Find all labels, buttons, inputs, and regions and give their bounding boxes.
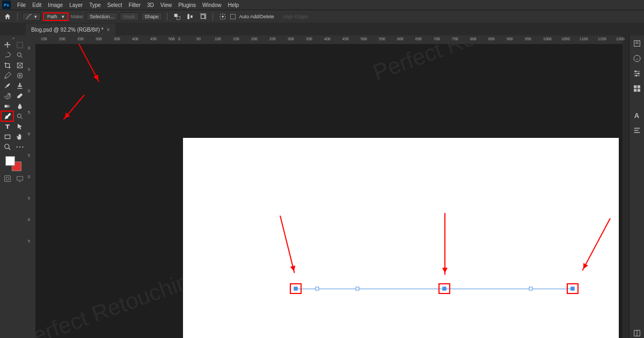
make-selection-button[interactable]: Selection...: [86, 12, 118, 21]
heal-tool[interactable]: [13, 70, 26, 80]
close-tab-icon[interactable]: ×: [107, 27, 110, 33]
path-arrange-icon[interactable]: [197, 12, 208, 21]
svg-rect-2: [187, 14, 189, 19]
direction-point[interactable]: [356, 287, 360, 291]
eyedropper-tool[interactable]: [1, 70, 13, 80]
mode-dropdown[interactable]: Path▾: [43, 12, 69, 21]
svg-rect-6: [17, 42, 23, 48]
menu-plugins[interactable]: Plugins: [175, 2, 199, 8]
marquee-tool[interactable]: [13, 40, 26, 50]
foreground-color-swatch[interactable]: [5, 156, 15, 166]
watermark: Perfect Retouching: [370, 44, 559, 86]
gradient-tool[interactable]: [1, 101, 13, 111]
path-select-tool[interactable]: [13, 121, 26, 131]
options-bar: ▾ Path▾ Make: Selection... Mask Shape Au…: [0, 10, 644, 23]
menu-help[interactable]: Help: [225, 2, 243, 8]
auto-add-delete-checkbox[interactable]: [230, 14, 236, 19]
svg-rect-10: [4, 105, 10, 107]
frame-tool[interactable]: [13, 60, 26, 70]
crop-tool[interactable]: [1, 60, 13, 70]
annotation-highlight: [567, 283, 579, 294]
path-align-icon[interactable]: [185, 12, 195, 21]
svg-point-13: [4, 144, 9, 148]
annotation-arrow: [78, 44, 99, 82]
history-brush-tool[interactable]: [1, 91, 13, 101]
quick-mask-icon[interactable]: [1, 173, 13, 183]
tool-palette: ⋯: [0, 35, 27, 338]
canvas-viewport[interactable]: Perfect Retouching Perfect Retouching Pe…: [35, 44, 623, 338]
svg-rect-22: [634, 85, 636, 88]
canvas-area: 150 200 250 300 350 400 450 500 0 50 100…: [35, 35, 623, 338]
color-swatches[interactable]: [5, 156, 21, 171]
svg-rect-3: [191, 15, 193, 18]
app-logo: Ps: [2, 1, 11, 9]
stamp-tool[interactable]: [13, 80, 26, 91]
menu-window[interactable]: Window: [199, 2, 225, 8]
svg-point-19: [635, 71, 636, 72]
rectangle-tool[interactable]: [1, 131, 13, 142]
vertical-scrollbar[interactable]: [623, 35, 629, 338]
menu-image[interactable]: Image: [45, 2, 66, 8]
blur-tool[interactable]: [13, 101, 26, 111]
svg-rect-23: [637, 85, 640, 88]
gear-icon[interactable]: [217, 12, 228, 21]
menu-edit[interactable]: Edit: [29, 2, 45, 8]
svg-point-21: [635, 75, 637, 77]
zoom-tool[interactable]: [1, 142, 13, 152]
workspace: ⋯ 0 5 0 5 0 5 0 5 0 5 150 200 250 300 3: [0, 35, 644, 338]
make-mask-button[interactable]: Mask: [120, 12, 139, 21]
home-button[interactable]: [2, 12, 13, 21]
menu-file[interactable]: File: [14, 2, 29, 8]
pen-tool[interactable]: [1, 111, 13, 121]
direction-point[interactable]: [529, 287, 533, 291]
svg-point-5: [222, 16, 224, 18]
properties-panel-icon[interactable]: [632, 69, 642, 78]
type-tool[interactable]: [1, 121, 13, 131]
quick-select-tool[interactable]: [13, 50, 26, 60]
swatches-panel-icon[interactable]: [632, 84, 642, 93]
svg-point-11: [17, 114, 21, 117]
svg-rect-0: [174, 13, 177, 17]
svg-rect-14: [4, 175, 10, 181]
tool-preset-dropdown[interactable]: ▾: [22, 12, 41, 21]
expand-panel-icon[interactable]: [632, 328, 642, 338]
horizontal-ruler: 150 200 250 300 350 400 450 500 0 50 100…: [35, 35, 623, 44]
info-panel-icon[interactable]: [632, 54, 642, 63]
document-tab-bar: Blog.psd @ 92.2% (RGB/8#) * ×: [0, 23, 644, 35]
make-shape-button[interactable]: Shape: [141, 12, 163, 21]
watermark: Perfect Retouching: [35, 264, 204, 338]
document-tab[interactable]: Blog.psd @ 92.2% (RGB/8#) * ×: [26, 24, 115, 35]
menu-select[interactable]: Select: [104, 2, 126, 8]
svg-rect-25: [637, 89, 640, 92]
annotation-highlight: [438, 283, 450, 294]
learn-panel-icon[interactable]: [632, 39, 642, 48]
paragraph-panel-icon[interactable]: [632, 126, 642, 135]
character-panel-icon[interactable]: A: [632, 111, 642, 120]
annotation-highlight: [290, 283, 302, 294]
menu-layer[interactable]: Layer: [66, 2, 86, 8]
direction-point[interactable]: [316, 287, 319, 291]
dodge-tool[interactable]: [13, 111, 26, 121]
svg-rect-4: [201, 14, 204, 18]
menu-view[interactable]: View: [157, 2, 175, 8]
more-tools[interactable]: ⋯: [13, 142, 26, 152]
align-edges-label: Align Edges: [283, 14, 309, 19]
menu-3d[interactable]: 3D: [144, 2, 157, 8]
vertical-ruler: 0 5 0 5 0 5 0 5 0 5: [27, 35, 35, 338]
menu-filter[interactable]: Filter: [126, 2, 144, 8]
lasso-tool[interactable]: [1, 50, 13, 60]
brush-tool[interactable]: [1, 80, 13, 91]
move-tool[interactable]: [1, 40, 13, 50]
annotation-arrow: [63, 94, 85, 120]
hand-tool[interactable]: [13, 131, 26, 142]
svg-rect-24: [634, 89, 636, 92]
right-panel-dock: A: [629, 35, 644, 338]
svg-rect-16: [17, 176, 23, 180]
document-canvas[interactable]: [183, 138, 619, 338]
eraser-tool[interactable]: [13, 91, 26, 101]
screen-mode-icon[interactable]: [13, 173, 26, 183]
make-label: Make:: [71, 14, 84, 19]
menu-type[interactable]: Type: [86, 2, 104, 8]
path-ops-icon[interactable]: [172, 12, 182, 21]
annotation-arrow: [444, 213, 445, 275]
